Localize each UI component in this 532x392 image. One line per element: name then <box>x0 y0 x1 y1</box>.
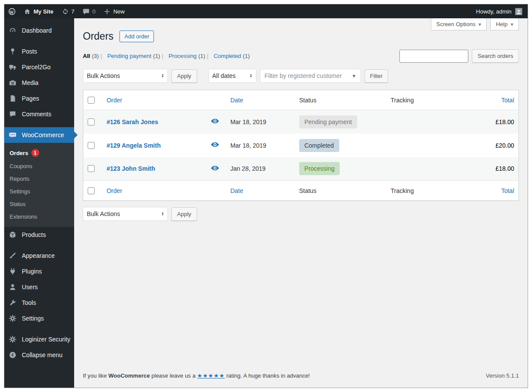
sidebar-item-media[interactable]: Media <box>4 75 74 91</box>
help-label: Help <box>496 21 508 27</box>
updates-icon <box>61 8 69 15</box>
sidebar-item-appearance[interactable]: Appearance <box>4 248 74 264</box>
column-footer-date[interactable]: Date <box>230 187 243 194</box>
speech-bubble-icon <box>8 110 17 118</box>
apply-button-top[interactable]: Apply <box>171 69 197 83</box>
filter-button[interactable]: Filter <box>365 69 389 83</box>
sidebar-label: Settings <box>22 315 44 322</box>
row-checkbox[interactable] <box>88 142 95 149</box>
order-link[interactable]: #123 John Smith <box>106 165 155 172</box>
submenu-item-coupons[interactable]: Coupons <box>4 160 74 172</box>
row-checkbox[interactable] <box>88 165 95 172</box>
select-all-checkbox[interactable] <box>88 97 95 104</box>
customer-filter-placeholder: Filter by registered customer <box>265 72 342 79</box>
page-icon <box>8 94 17 103</box>
footer-thankyou-text: If you like WooCommerce please leave us … <box>83 372 310 379</box>
column-footer-total[interactable]: Total <box>501 187 514 194</box>
tablenav-bottom: Bulk Actions Apply <box>83 207 519 221</box>
submenu-item-orders[interactable]: Orders 1 <box>4 146 74 160</box>
sidebar-label: Loginizer Security <box>22 336 70 343</box>
sidebar-label: Tools <box>22 299 36 306</box>
submenu-item-reports[interactable]: Reports <box>4 172 74 185</box>
search-orders-button[interactable]: Search orders <box>472 49 519 63</box>
sidebar-item-loginizer-security[interactable]: Loginizer Security <box>4 331 74 347</box>
wordpress-logo-icon <box>8 8 16 15</box>
tracking-cell <box>386 134 475 157</box>
customer-filter-select[interactable]: Filter by registered customer ▼ <box>260 69 361 83</box>
sidebar-item-posts[interactable]: Posts <box>4 44 74 59</box>
status-badge: Pending payment <box>299 115 357 128</box>
order-row-129: #129 Angela Smith Mar 18, 2019 Completed… <box>83 134 519 157</box>
sidebar-item-parcel2go[interactable]: Parcel2Go <box>4 59 74 75</box>
site-name-link[interactable]: My Site <box>20 4 58 18</box>
preview-eye-icon[interactable] <box>210 164 220 172</box>
sidebar-item-pages[interactable]: Pages <box>4 91 74 106</box>
order-total: £20.00 <box>475 134 519 157</box>
howdy-text[interactable]: Howdy, admin <box>476 8 512 15</box>
submenu-item-status[interactable]: Status <box>4 198 74 210</box>
order-total: £18.00 <box>475 157 519 181</box>
screen-options-label: Screen Options <box>437 21 476 27</box>
admin-sidebar: Dashboard Posts Parcel2Go Media <box>4 18 74 388</box>
comments-link[interactable]: 0 <box>78 4 99 18</box>
sidebar-label: Users <box>22 284 38 291</box>
order-date: Jan 28, 2019 <box>226 157 295 181</box>
search-orders-input[interactable] <box>399 50 468 63</box>
view-all[interactable]: All (3) <box>83 53 99 59</box>
plug-icon <box>8 267 17 276</box>
column-header-order[interactable]: Order <box>106 97 122 104</box>
order-link[interactable]: #129 Angela Smith <box>106 142 160 149</box>
sidebar-item-users[interactable]: Users <box>4 279 74 295</box>
new-content-menu[interactable]: New <box>99 4 129 18</box>
box-icon <box>8 230 17 239</box>
order-status-views: All (3) Pending payment (1) Processing (… <box>83 53 250 59</box>
updates-link[interactable]: 7 <box>58 4 78 18</box>
user-avatar[interactable] <box>515 8 522 15</box>
browser-frame: My Site 7 0 New Howdy, a <box>4 4 528 388</box>
view-processing[interactable]: Processing (1) <box>160 53 205 59</box>
updates-count: 7 <box>72 8 75 15</box>
column-header-date[interactable]: Date <box>230 97 243 104</box>
row-checkbox[interactable] <box>88 118 95 125</box>
admin-footer: If you like WooCommerce please leave us … <box>83 365 519 388</box>
select-all-checkbox-bottom[interactable] <box>88 187 95 194</box>
sidebar-item-collapse-menu[interactable]: Collapse menu <box>4 347 74 363</box>
orders-table: Order Date Status Tracking Total #126 Sa… <box>83 90 519 201</box>
collapse-arrow-icon <box>8 351 17 359</box>
comments-count: 0 <box>92 8 95 15</box>
apply-button-bottom[interactable]: Apply <box>171 207 197 221</box>
bulk-actions-select-top[interactable]: Bulk Actions <box>83 69 168 83</box>
submenu-label: Status <box>10 201 26 207</box>
all-dates-select[interactable]: All dates <box>208 69 256 83</box>
five-star-rating-link[interactable]: ★★★★★ <box>197 372 225 379</box>
wordpress-logo-menu[interactable] <box>4 4 20 18</box>
submenu-label: Orders <box>10 150 28 156</box>
order-row-126: #126 Sarah Jones Mar 18, 2019 Pending pa… <box>83 110 519 134</box>
column-footer-order[interactable]: Order <box>106 187 122 194</box>
screen-options-tab[interactable]: Screen Options <box>431 18 487 30</box>
column-header-total[interactable]: Total <box>501 97 514 104</box>
order-link[interactable]: #126 Sarah Jones <box>106 118 158 125</box>
paintbrush-icon <box>8 251 17 260</box>
submenu-item-extensions[interactable]: Extensions <box>4 210 74 223</box>
preview-eye-icon[interactable] <box>210 140 220 149</box>
sidebar-item-comments[interactable]: Comments <box>4 106 74 122</box>
sidebar-item-products[interactable]: Products <box>4 227 74 243</box>
bulk-actions-select-bottom[interactable]: Bulk Actions <box>83 207 168 221</box>
order-date: Mar 18, 2019 <box>226 110 295 134</box>
sidebar-item-settings[interactable]: Settings <box>4 311 74 326</box>
view-completed[interactable]: Completed (1) <box>205 53 250 59</box>
sidebar-label: Pages <box>22 95 39 102</box>
add-order-button[interactable]: Add order <box>119 30 154 42</box>
view-pending-payment[interactable]: Pending payment (1) <box>99 53 160 59</box>
sidebar-item-dashboard[interactable]: Dashboard <box>4 23 74 38</box>
preview-eye-icon[interactable] <box>210 117 220 125</box>
table-header-row: Order Date Status Tracking Total <box>83 90 519 110</box>
sidebar-item-tools[interactable]: Tools <box>4 295 74 311</box>
help-tab[interactable]: Help <box>490 18 519 30</box>
sidebar-item-plugins[interactable]: Plugins <box>4 264 74 279</box>
truck-icon <box>8 63 17 71</box>
gear-icon <box>8 335 17 344</box>
submenu-item-settings[interactable]: Settings <box>4 185 74 198</box>
sidebar-item-woocommerce[interactable]: WooCommerce <box>4 127 74 143</box>
